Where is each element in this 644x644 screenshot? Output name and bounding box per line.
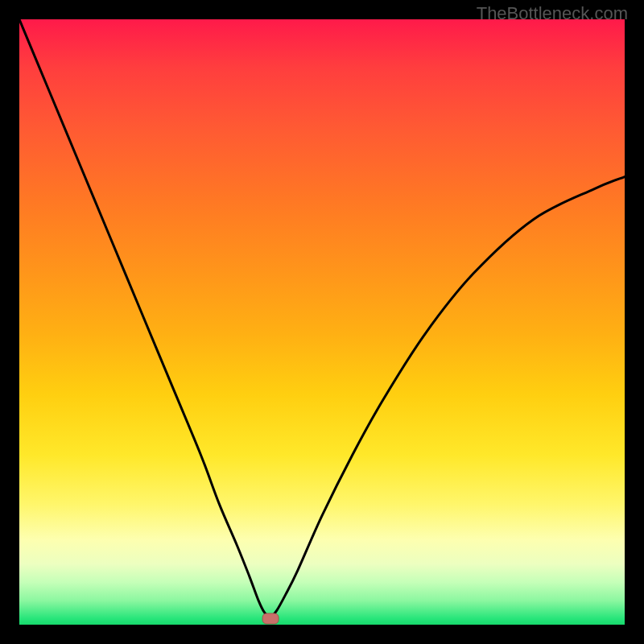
plot-area — [19, 19, 625, 625]
watermark-text: TheBottleneck.com — [477, 3, 628, 24]
chart-svg — [19, 19, 625, 625]
bottleneck-curve-line — [19, 19, 625, 617]
minimum-marker — [262, 613, 279, 624]
